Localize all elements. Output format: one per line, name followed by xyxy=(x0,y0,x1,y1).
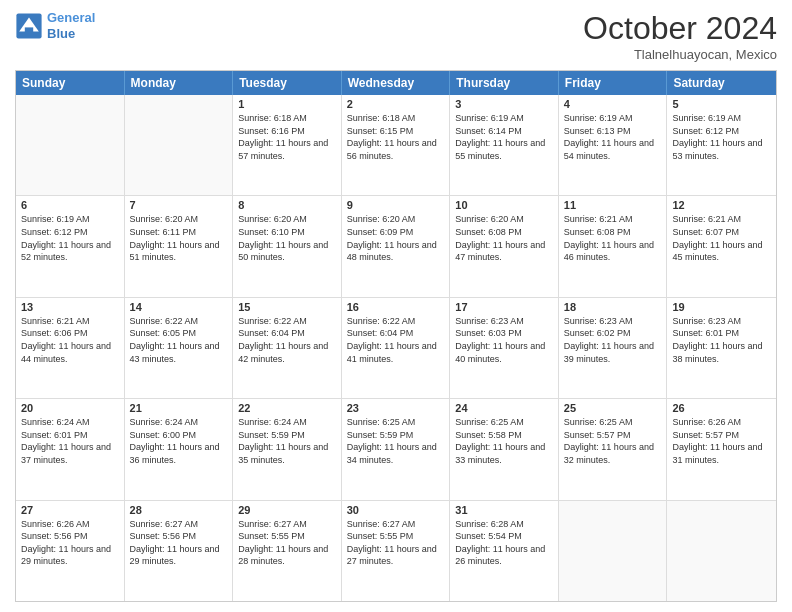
day-number: 27 xyxy=(21,504,119,516)
day-info: Sunrise: 6:19 AM Sunset: 6:12 PM Dayligh… xyxy=(21,213,119,263)
day-number: 30 xyxy=(347,504,445,516)
day-info: Sunrise: 6:24 AM Sunset: 6:01 PM Dayligh… xyxy=(21,416,119,466)
day-number: 4 xyxy=(564,98,662,110)
day-number: 12 xyxy=(672,199,771,211)
day-info: Sunrise: 6:18 AM Sunset: 6:15 PM Dayligh… xyxy=(347,112,445,162)
cal-cell: 10Sunrise: 6:20 AM Sunset: 6:08 PM Dayli… xyxy=(450,196,559,296)
day-number: 17 xyxy=(455,301,553,313)
cal-cell: 18Sunrise: 6:23 AM Sunset: 6:02 PM Dayli… xyxy=(559,298,668,398)
day-info: Sunrise: 6:26 AM Sunset: 5:56 PM Dayligh… xyxy=(21,518,119,568)
cal-cell: 11Sunrise: 6:21 AM Sunset: 6:08 PM Dayli… xyxy=(559,196,668,296)
month-title: October 2024 xyxy=(583,10,777,47)
cal-cell: 17Sunrise: 6:23 AM Sunset: 6:03 PM Dayli… xyxy=(450,298,559,398)
day-number: 8 xyxy=(238,199,336,211)
day-info: Sunrise: 6:19 AM Sunset: 6:12 PM Dayligh… xyxy=(672,112,771,162)
location: Tlalnelhuayocan, Mexico xyxy=(583,47,777,62)
day-info: Sunrise: 6:18 AM Sunset: 6:16 PM Dayligh… xyxy=(238,112,336,162)
cal-cell: 25Sunrise: 6:25 AM Sunset: 5:57 PM Dayli… xyxy=(559,399,668,499)
day-info: Sunrise: 6:21 AM Sunset: 6:08 PM Dayligh… xyxy=(564,213,662,263)
cal-cell: 12Sunrise: 6:21 AM Sunset: 6:07 PM Dayli… xyxy=(667,196,776,296)
cal-cell: 8Sunrise: 6:20 AM Sunset: 6:10 PM Daylig… xyxy=(233,196,342,296)
day-number: 2 xyxy=(347,98,445,110)
day-info: Sunrise: 6:27 AM Sunset: 5:55 PM Dayligh… xyxy=(347,518,445,568)
cal-cell: 2Sunrise: 6:18 AM Sunset: 6:15 PM Daylig… xyxy=(342,95,451,195)
cal-cell: 13Sunrise: 6:21 AM Sunset: 6:06 PM Dayli… xyxy=(16,298,125,398)
day-number: 10 xyxy=(455,199,553,211)
day-number: 13 xyxy=(21,301,119,313)
day-info: Sunrise: 6:25 AM Sunset: 5:58 PM Dayligh… xyxy=(455,416,553,466)
header: General Blue October 2024 Tlalnelhuayoca… xyxy=(15,10,777,62)
day-number: 14 xyxy=(130,301,228,313)
day-info: Sunrise: 6:20 AM Sunset: 6:08 PM Dayligh… xyxy=(455,213,553,263)
day-number: 21 xyxy=(130,402,228,414)
cal-cell xyxy=(125,95,234,195)
logo: General Blue xyxy=(15,10,95,41)
cal-cell: 23Sunrise: 6:25 AM Sunset: 5:59 PM Dayli… xyxy=(342,399,451,499)
day-info: Sunrise: 6:25 AM Sunset: 5:59 PM Dayligh… xyxy=(347,416,445,466)
cal-cell: 22Sunrise: 6:24 AM Sunset: 5:59 PM Dayli… xyxy=(233,399,342,499)
header-day-thursday: Thursday xyxy=(450,71,559,95)
day-info: Sunrise: 6:19 AM Sunset: 6:13 PM Dayligh… xyxy=(564,112,662,162)
week-row-5: 27Sunrise: 6:26 AM Sunset: 5:56 PM Dayli… xyxy=(16,501,776,601)
day-info: Sunrise: 6:21 AM Sunset: 6:06 PM Dayligh… xyxy=(21,315,119,365)
cal-cell: 3Sunrise: 6:19 AM Sunset: 6:14 PM Daylig… xyxy=(450,95,559,195)
svg-rect-2 xyxy=(25,27,33,33)
week-row-3: 13Sunrise: 6:21 AM Sunset: 6:06 PM Dayli… xyxy=(16,298,776,399)
day-number: 29 xyxy=(238,504,336,516)
cal-cell: 7Sunrise: 6:20 AM Sunset: 6:11 PM Daylig… xyxy=(125,196,234,296)
day-info: Sunrise: 6:23 AM Sunset: 6:01 PM Dayligh… xyxy=(672,315,771,365)
day-info: Sunrise: 6:26 AM Sunset: 5:57 PM Dayligh… xyxy=(672,416,771,466)
cal-cell xyxy=(559,501,668,601)
day-info: Sunrise: 6:24 AM Sunset: 5:59 PM Dayligh… xyxy=(238,416,336,466)
day-info: Sunrise: 6:28 AM Sunset: 5:54 PM Dayligh… xyxy=(455,518,553,568)
cal-cell: 19Sunrise: 6:23 AM Sunset: 6:01 PM Dayli… xyxy=(667,298,776,398)
cal-cell: 21Sunrise: 6:24 AM Sunset: 6:00 PM Dayli… xyxy=(125,399,234,499)
calendar-body: 1Sunrise: 6:18 AM Sunset: 6:16 PM Daylig… xyxy=(16,95,776,601)
cal-cell: 20Sunrise: 6:24 AM Sunset: 6:01 PM Dayli… xyxy=(16,399,125,499)
day-number: 19 xyxy=(672,301,771,313)
day-info: Sunrise: 6:27 AM Sunset: 5:56 PM Dayligh… xyxy=(130,518,228,568)
day-info: Sunrise: 6:22 AM Sunset: 6:04 PM Dayligh… xyxy=(238,315,336,365)
cal-cell: 16Sunrise: 6:22 AM Sunset: 6:04 PM Dayli… xyxy=(342,298,451,398)
header-day-saturday: Saturday xyxy=(667,71,776,95)
cal-cell: 14Sunrise: 6:22 AM Sunset: 6:05 PM Dayli… xyxy=(125,298,234,398)
cal-cell xyxy=(16,95,125,195)
day-number: 1 xyxy=(238,98,336,110)
day-info: Sunrise: 6:22 AM Sunset: 6:05 PM Dayligh… xyxy=(130,315,228,365)
day-info: Sunrise: 6:27 AM Sunset: 5:55 PM Dayligh… xyxy=(238,518,336,568)
day-number: 16 xyxy=(347,301,445,313)
day-info: Sunrise: 6:24 AM Sunset: 6:00 PM Dayligh… xyxy=(130,416,228,466)
calendar: SundayMondayTuesdayWednesdayThursdayFrid… xyxy=(15,70,777,602)
day-number: 23 xyxy=(347,402,445,414)
day-number: 31 xyxy=(455,504,553,516)
day-info: Sunrise: 6:22 AM Sunset: 6:04 PM Dayligh… xyxy=(347,315,445,365)
day-number: 20 xyxy=(21,402,119,414)
day-number: 6 xyxy=(21,199,119,211)
cal-cell xyxy=(667,501,776,601)
day-info: Sunrise: 6:23 AM Sunset: 6:03 PM Dayligh… xyxy=(455,315,553,365)
day-info: Sunrise: 6:20 AM Sunset: 6:09 PM Dayligh… xyxy=(347,213,445,263)
cal-cell: 30Sunrise: 6:27 AM Sunset: 5:55 PM Dayli… xyxy=(342,501,451,601)
title-section: October 2024 Tlalnelhuayocan, Mexico xyxy=(583,10,777,62)
week-row-1: 1Sunrise: 6:18 AM Sunset: 6:16 PM Daylig… xyxy=(16,95,776,196)
day-number: 3 xyxy=(455,98,553,110)
day-number: 26 xyxy=(672,402,771,414)
day-info: Sunrise: 6:20 AM Sunset: 6:11 PM Dayligh… xyxy=(130,213,228,263)
week-row-2: 6Sunrise: 6:19 AM Sunset: 6:12 PM Daylig… xyxy=(16,196,776,297)
cal-cell: 31Sunrise: 6:28 AM Sunset: 5:54 PM Dayli… xyxy=(450,501,559,601)
logo-icon xyxy=(15,12,43,40)
header-day-sunday: Sunday xyxy=(16,71,125,95)
day-number: 9 xyxy=(347,199,445,211)
cal-cell: 5Sunrise: 6:19 AM Sunset: 6:12 PM Daylig… xyxy=(667,95,776,195)
cal-cell: 4Sunrise: 6:19 AM Sunset: 6:13 PM Daylig… xyxy=(559,95,668,195)
cal-cell: 27Sunrise: 6:26 AM Sunset: 5:56 PM Dayli… xyxy=(16,501,125,601)
day-number: 28 xyxy=(130,504,228,516)
day-number: 5 xyxy=(672,98,771,110)
day-number: 24 xyxy=(455,402,553,414)
day-info: Sunrise: 6:25 AM Sunset: 5:57 PM Dayligh… xyxy=(564,416,662,466)
cal-cell: 29Sunrise: 6:27 AM Sunset: 5:55 PM Dayli… xyxy=(233,501,342,601)
header-day-wednesday: Wednesday xyxy=(342,71,451,95)
cal-cell: 24Sunrise: 6:25 AM Sunset: 5:58 PM Dayli… xyxy=(450,399,559,499)
week-row-4: 20Sunrise: 6:24 AM Sunset: 6:01 PM Dayli… xyxy=(16,399,776,500)
cal-cell: 28Sunrise: 6:27 AM Sunset: 5:56 PM Dayli… xyxy=(125,501,234,601)
